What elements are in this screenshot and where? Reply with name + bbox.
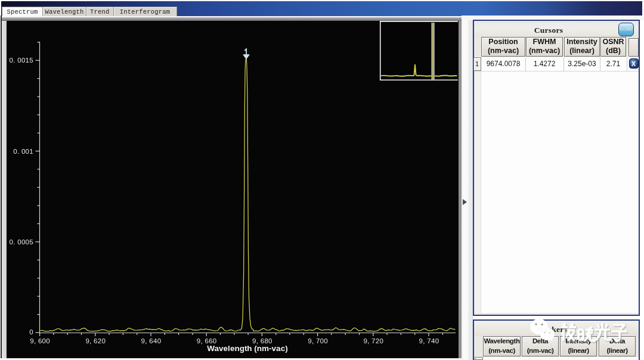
svg-text:9, 640: 9, 640 [141, 337, 162, 345]
svg-text:9, 620: 9, 620 [85, 337, 106, 345]
svg-text:Wavelength (nm-vac): Wavelength (nm-vac) [207, 344, 287, 353]
svg-text:9, 600: 9, 600 [30, 337, 50, 345]
svg-text:0: 0 [29, 328, 33, 336]
svg-text:9, 740: 9, 740 [419, 337, 439, 345]
svg-text:0. 0005: 0. 0005 [10, 238, 33, 246]
svg-text:9, 700: 9, 700 [308, 337, 328, 345]
svg-text:0. 001: 0. 001 [13, 148, 33, 155]
svg-text:9, 720: 9, 720 [363, 337, 383, 345]
svg-text:0. 0015: 0. 0015 [10, 57, 33, 64]
